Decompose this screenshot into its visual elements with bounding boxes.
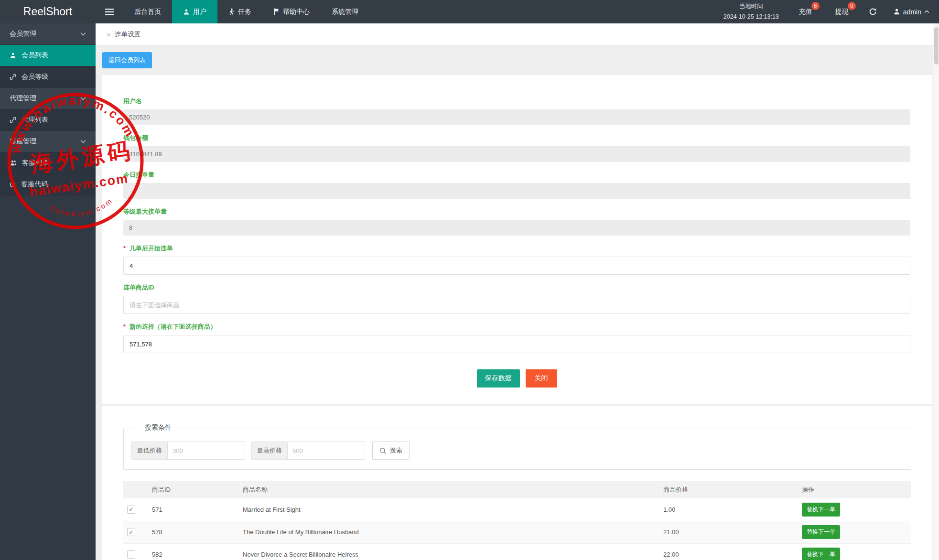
local-time-value: 2024-10-25 12:13:13 bbox=[723, 12, 779, 22]
chevron-up-icon bbox=[924, 10, 929, 13]
max-price-input[interactable] bbox=[287, 442, 365, 460]
search-button-label: 搜索 bbox=[390, 446, 402, 455]
search-fieldset: 搜索条件 最低价格 最高价格 搜索 bbox=[123, 423, 911, 470]
form-field: * 用户名 bbox=[123, 97, 910, 125]
link-icon bbox=[10, 74, 16, 80]
required-asterisk: * bbox=[123, 323, 126, 330]
scrollbar-thumb[interactable] bbox=[934, 27, 939, 65]
sidebar-section-header[interactable]: 客服管理 bbox=[0, 131, 96, 152]
search-button[interactable]: 搜索 bbox=[372, 442, 410, 460]
main-area: » 连单设置 返回会员列表 * 用户名 * 钱包余额 * 今日接单量 * 等级最… bbox=[96, 23, 939, 560]
checkbox-column-header bbox=[123, 481, 152, 498]
field-input[interactable] bbox=[123, 296, 910, 314]
sidebar-toggle-button[interactable] bbox=[96, 0, 123, 23]
field-label: 几单后开始连单 bbox=[130, 245, 173, 252]
vertical-scrollbar[interactable] bbox=[933, 23, 939, 560]
goods-price-header: 商品价格 bbox=[663, 481, 802, 498]
sidebar-section-header[interactable]: 会员管理 bbox=[0, 23, 96, 45]
row-checkbox[interactable] bbox=[127, 550, 135, 559]
walk-icon bbox=[228, 8, 235, 15]
nav-item-tasks[interactable]: 任务 bbox=[217, 0, 262, 23]
save-button[interactable]: 保存数据 bbox=[477, 369, 520, 388]
users-icon bbox=[10, 160, 17, 166]
nav-item-dashboard[interactable]: 后台首页 bbox=[123, 0, 172, 23]
nav-item-users[interactable]: 用户 bbox=[172, 0, 217, 23]
goods-name-cell: Never Divorce a Secret Billionaire Heire… bbox=[243, 543, 663, 560]
search-icon bbox=[379, 447, 387, 454]
sidebar-item[interactable]: 会员列表 bbox=[0, 45, 96, 66]
field-input[interactable] bbox=[123, 257, 910, 275]
withdraw-label: 提现 bbox=[835, 8, 849, 16]
goods-id-cell: 571 bbox=[152, 498, 243, 521]
form-fields: * 用户名 * 钱包余额 * 今日接单量 * 等级最大接单量 * 几单后开始连单 bbox=[123, 97, 910, 353]
field-input[interactable] bbox=[123, 335, 910, 353]
field-label: 钱包余额 bbox=[123, 134, 148, 141]
sidebar-item[interactable]: 客服代码 bbox=[0, 174, 96, 195]
min-price-group: 最低价格 bbox=[131, 442, 245, 460]
replace-next-order-button[interactable]: 替换下一单 bbox=[802, 548, 840, 560]
table-header-row: 商品ID 商品名称 商品价格 操作 bbox=[123, 481, 911, 498]
goods-id-header: 商品ID bbox=[152, 481, 243, 498]
sidebar-item[interactable]: 代理列表 bbox=[0, 109, 96, 131]
form-field: * 新的选择（请在下面选择商品） bbox=[123, 323, 910, 353]
top-navbar: ReelShort 后台首页 用户 任务 帮助中心 系统管理 当地时间 2024… bbox=[0, 0, 939, 23]
field-label: 今日接单量 bbox=[123, 171, 154, 178]
chevron-down-icon bbox=[80, 32, 86, 36]
withdraw-menu-item[interactable]: 提现 0 bbox=[824, 0, 860, 23]
goods-price-cell: 21.00 bbox=[663, 521, 802, 543]
breadcrumb: » 连单设置 bbox=[96, 23, 939, 45]
goods-table-row: 578 The Double Life of My Billionaire Hu… bbox=[123, 521, 911, 543]
sidebar-item[interactable]: 会员等级 bbox=[0, 66, 96, 88]
sidebar-section-header[interactable]: 代理管理 bbox=[0, 88, 96, 109]
user-name: admin bbox=[903, 8, 921, 16]
goods-name-header: 商品名称 bbox=[243, 481, 663, 498]
main-menu: 后台首页 用户 任务 帮助中心 系统管理 bbox=[123, 0, 369, 23]
nav-item-help-center[interactable]: 帮助中心 bbox=[262, 0, 321, 23]
field-input bbox=[123, 109, 910, 125]
field-label: 新的选择（请在下面选择商品） bbox=[130, 323, 216, 330]
goods-price-cell: 1.00 bbox=[663, 498, 802, 521]
user-icon bbox=[10, 52, 16, 59]
content: 返回会员列表 * 用户名 * 钱包余额 * 今日接单量 * 等级最大接单量 bbox=[96, 45, 939, 560]
field-input bbox=[123, 183, 910, 199]
circle-icon bbox=[10, 182, 16, 188]
local-time-label: 当地时间 bbox=[739, 1, 763, 11]
goods-name-cell: Married at First Sight bbox=[243, 498, 663, 521]
goods-name-cell: The Double Life of My Billionaire Husban… bbox=[243, 521, 663, 543]
row-checkbox[interactable] bbox=[127, 506, 135, 514]
hamburger-icon bbox=[105, 9, 114, 15]
row-checkbox[interactable] bbox=[127, 528, 135, 536]
max-price-group: 最高价格 bbox=[251, 442, 365, 460]
min-price-input[interactable] bbox=[167, 442, 245, 460]
action-header: 操作 bbox=[802, 481, 911, 498]
sidebar: 会员管理 会员列表 会员等级 代理管理 代理列表 客服管理 客服列表 客服代码 bbox=[0, 23, 96, 560]
refresh-button[interactable] bbox=[860, 0, 885, 23]
goods-id-cell: 578 bbox=[152, 521, 243, 543]
back-to-member-list-button[interactable]: 返回会员列表 bbox=[102, 52, 152, 68]
nav-item-system[interactable]: 系统管理 bbox=[321, 0, 369, 23]
local-time: 当地时间 2024-10-25 12:13:13 bbox=[715, 0, 788, 23]
max-price-label: 最高价格 bbox=[251, 442, 287, 460]
goods-table-row: 571 Married at First Sight 1.00 替换下一单 bbox=[123, 498, 911, 521]
user-menu[interactable]: admin bbox=[885, 0, 939, 23]
user-icon bbox=[183, 9, 190, 15]
form-field: * 几单后开始连单 bbox=[123, 244, 910, 275]
breadcrumb-separator: » bbox=[107, 30, 110, 38]
form-field: * 连单商品ID bbox=[123, 283, 910, 314]
goods-price-cell: 22.00 bbox=[663, 543, 802, 560]
close-button[interactable]: 关闭 bbox=[526, 369, 557, 388]
field-input bbox=[123, 146, 910, 162]
replace-next-order-button[interactable]: 替换下一单 bbox=[802, 503, 840, 517]
field-input bbox=[123, 220, 910, 236]
goods-list-panel: 搜索条件 最低价格 最高价格 搜索 bbox=[102, 406, 932, 560]
replace-next-order-button[interactable]: 替换下一单 bbox=[802, 525, 840, 539]
field-label: 用户名 bbox=[123, 97, 142, 105]
field-label: 等级最大接单量 bbox=[123, 208, 167, 215]
goods-table: 商品ID 商品名称 商品价格 操作 571 Married at First S… bbox=[123, 481, 911, 560]
page-title: 连单设置 bbox=[115, 30, 140, 39]
form-field: * 钱包余额 bbox=[123, 134, 910, 162]
sidebar-item[interactable]: 客服列表 bbox=[0, 152, 96, 174]
search-legend: 搜索条件 bbox=[140, 423, 176, 432]
chevron-down-icon bbox=[80, 97, 86, 100]
recharge-menu-item[interactable]: 充值 6 bbox=[788, 0, 824, 23]
